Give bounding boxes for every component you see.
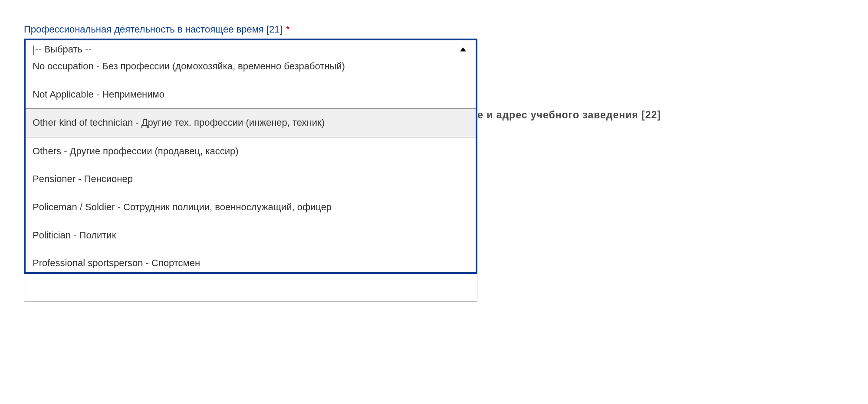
field-label-22-fragment: е и адрес учебного заведения [22]	[477, 109, 661, 121]
dropdown-option[interactable]: Policeman / Soldier - Сотрудник полиции,…	[26, 193, 476, 222]
field-label-text: Профессиональная деятельность в настояще…	[24, 24, 283, 35]
dropdown-selected-value: |-- Выбрать --	[33, 44, 92, 55]
dropdown-header[interactable]: |-- Выбрать --	[26, 40, 476, 59]
required-marker: *	[286, 24, 290, 35]
dropdown-option[interactable]: Politician - Политик	[26, 222, 476, 250]
dropdown-option[interactable]: Other kind of technician - Другие тех. п…	[26, 108, 476, 137]
text-input-field[interactable]	[24, 272, 477, 302]
form-container: Профессиональная деятельность в настояще…	[24, 24, 848, 302]
dropdown-option[interactable]: No occupation - Без профессии (домохозяй…	[26, 59, 476, 81]
dropdown-option[interactable]: Professional sportsperson - Спортсмен	[26, 249, 476, 272]
dropdown-option[interactable]: Pensioner - Пенсионер	[26, 165, 476, 193]
dropdown-option[interactable]: Others - Другие профессии (продавец, кас…	[26, 137, 476, 166]
chevron-up-icon	[460, 48, 466, 52]
occupation-dropdown[interactable]: |-- Выбрать -- No occupation - Без профе…	[24, 39, 477, 274]
dropdown-option[interactable]: Not Applicable - Неприменимо	[26, 81, 476, 109]
dropdown-options-list: No occupation - Без профессии (домохозяй…	[26, 59, 476, 272]
field-label-21: Профессиональная деятельность в настояще…	[24, 24, 848, 35]
